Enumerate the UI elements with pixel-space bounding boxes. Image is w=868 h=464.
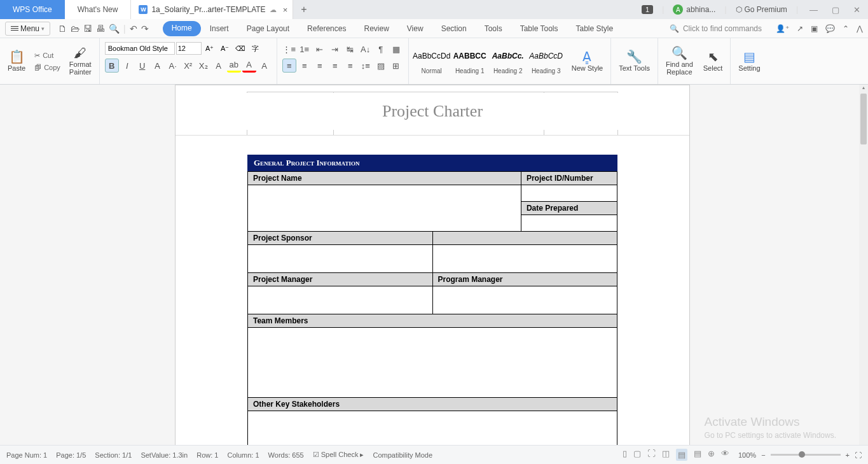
tab-table-tools[interactable]: Table Tools (511, 21, 567, 36)
collapse-ribbon-icon[interactable]: ⌃ (843, 24, 849, 33)
italic-button[interactable]: I (120, 59, 134, 73)
document-area[interactable]: Project Charter General Project Informat… (0, 85, 859, 445)
font-color-button[interactable]: A (242, 59, 256, 73)
borders-icon[interactable]: ⊞ (389, 59, 403, 73)
value-project-name[interactable] (248, 185, 521, 232)
new-style-button[interactable]: A͇ New Style (568, 49, 607, 73)
minimize-button[interactable]: — (807, 5, 820, 15)
wps-tab[interactable]: WPS Office (0, 0, 65, 19)
redo-icon[interactable]: ↷ (141, 24, 149, 34)
tablet-icon[interactable]: ▢ (633, 449, 641, 461)
style-normal[interactable]: AaBbCcDdNormal (413, 47, 451, 76)
value-sponsor-right[interactable] (432, 245, 617, 273)
share-icon[interactable]: 👤⁺ (776, 24, 789, 33)
find-commands[interactable]: 🔍 Click to find commands (670, 24, 762, 33)
subscript-button[interactable]: X₂ (196, 59, 210, 73)
spell-check-button[interactable]: ☑ Spell Check ▸ (313, 451, 364, 459)
close-button[interactable]: ✕ (851, 5, 863, 15)
shading-icon[interactable]: ▨ (374, 59, 388, 73)
status-row[interactable]: Row: 1 (196, 451, 218, 459)
status-column[interactable]: Column: 1 (227, 451, 259, 459)
value-project-sponsor[interactable] (248, 245, 433, 273)
tab-page-layout[interactable]: Page Layout (238, 21, 298, 36)
chat-icon[interactable]: 💬 (825, 24, 835, 33)
font-name-combo[interactable] (105, 42, 175, 55)
clear-format-icon[interactable]: ⌫ (233, 42, 247, 55)
new-tab-button[interactable]: + (293, 4, 314, 15)
line-spacing-icon[interactable]: ↕≡ (359, 59, 373, 73)
settings-button[interactable]: ▤ Setting (734, 49, 764, 73)
text-tools-button[interactable]: 🔧 Text Tools (615, 49, 654, 73)
scroll-thumb[interactable] (860, 94, 867, 144)
align-right-icon[interactable]: ≡ (313, 59, 327, 73)
strike-button[interactable]: A̵ (151, 59, 165, 73)
go-premium-button[interactable]: ⬡ Go Premium (736, 5, 787, 14)
highlight-button[interactable]: ab (227, 59, 241, 73)
more-icon[interactable]: ⋀ (857, 24, 863, 33)
window-icon[interactable]: ▣ (811, 24, 818, 33)
paragraph-mark-icon[interactable]: ¶ (374, 42, 388, 56)
emphasis-button[interactable]: A· (166, 59, 180, 73)
document-tab[interactable]: W 1a_Solarity_Pr...arter-TEMPLATE ☁ × (131, 0, 293, 19)
fullscreen-icon[interactable]: ⛶ (647, 449, 656, 461)
export-icon[interactable]: ↗ (797, 24, 803, 33)
select-button[interactable]: ⬉ Select (699, 49, 727, 73)
compatibility-mode[interactable]: Compatibility Mode (373, 451, 432, 459)
status-setvalue[interactable]: SetValue: 1.3in (141, 451, 188, 459)
bold-button[interactable]: B (105, 59, 119, 73)
menu-button[interactable]: Menu ▾ (5, 22, 50, 36)
new-icon[interactable]: 🗋 (58, 24, 67, 34)
style-heading3[interactable]: AaBbCcDHeading 3 (527, 47, 565, 76)
font-size-combo[interactable] (176, 42, 202, 55)
zoom-level[interactable]: 100% (738, 451, 756, 459)
value-date-prepared[interactable] (521, 215, 617, 232)
maximize-button[interactable]: ▢ (829, 5, 842, 15)
print-icon[interactable]: 🖶 (96, 24, 105, 34)
grow-font-icon[interactable]: A⁺ (203, 42, 217, 55)
char-shading-icon[interactable]: A (258, 59, 272, 73)
tab-view[interactable]: View (398, 21, 432, 36)
line-border-icon[interactable]: ▦ (389, 42, 403, 56)
project-table[interactable]: Project Name Project ID/Number Date Prep… (247, 171, 617, 445)
undo-icon[interactable]: ↶ (130, 24, 137, 34)
value-team-members[interactable] (248, 328, 617, 398)
tab-references[interactable]: References (298, 21, 355, 36)
status-page[interactable]: Page: 1/5 (56, 451, 86, 459)
align-justify-icon[interactable]: ≡ (328, 59, 342, 73)
whats-new-tab[interactable]: What's New (65, 0, 132, 19)
tab-tools[interactable]: Tools (476, 21, 511, 36)
vertical-scrollbar[interactable]: ▴ (859, 85, 868, 445)
tab-home[interactable]: Home (163, 21, 201, 36)
zoom-out-button[interactable]: − (761, 451, 765, 459)
increase-indent-icon[interactable]: ⇥ (328, 42, 342, 56)
underline-button[interactable]: U (135, 59, 149, 73)
decrease-indent-icon[interactable]: ⇤ (313, 42, 327, 56)
align-center-icon[interactable]: ≡ (298, 59, 312, 73)
fit-button[interactable]: ⛶ (855, 451, 862, 459)
scroll-up-icon[interactable]: ▴ (859, 85, 868, 94)
phonetic-icon[interactable]: 字 (249, 42, 263, 55)
paste-button[interactable]: 📋 Paste (4, 49, 29, 73)
number-list-icon[interactable]: 1≡ (298, 42, 312, 56)
tab-table-style[interactable]: Table Style (567, 21, 623, 36)
page-view-icon[interactable]: ▤ (676, 449, 687, 461)
style-heading2[interactable]: AaBbCc.Heading 2 (489, 47, 527, 76)
superscript-button[interactable]: X² (181, 59, 195, 73)
value-project-id[interactable] (521, 185, 617, 202)
eye-icon[interactable]: 👁 (721, 449, 729, 461)
zoom-slider[interactable] (771, 454, 841, 456)
save-icon[interactable]: 🖫 (83, 24, 92, 34)
format-painter-button[interactable]: 🖌 Format Painter (65, 45, 95, 77)
copy-button[interactable]: 🗐Copy (32, 62, 63, 73)
tab-section[interactable]: Section (432, 21, 476, 36)
distribute-icon[interactable]: ≡ (343, 59, 357, 73)
shrink-font-icon[interactable]: A⁻ (218, 42, 232, 55)
user-menu[interactable]: A abhina... (673, 4, 715, 15)
status-section[interactable]: Section: 1/1 (95, 451, 132, 459)
notification-badge[interactable]: 1 (642, 5, 653, 14)
align-left-icon[interactable]: ≡ (282, 59, 296, 73)
char-border-icon[interactable]: A (212, 59, 226, 73)
status-page-num[interactable]: Page Num: 1 (6, 451, 47, 459)
book-view-icon[interactable]: ◫ (662, 449, 670, 461)
status-words[interactable]: Words: 655 (268, 451, 304, 459)
